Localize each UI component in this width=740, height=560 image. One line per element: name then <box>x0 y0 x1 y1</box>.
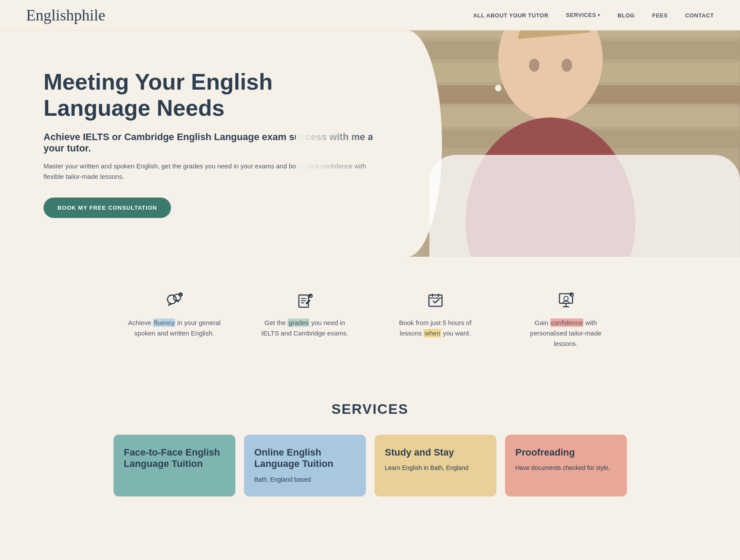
svg-text:✓: ✓ <box>310 295 313 298</box>
feature-confidence-text: Gain confidence with personalised tailor… <box>518 318 614 349</box>
nav-item-contact[interactable]: CONTACT <box>685 11 714 19</box>
service-card-face-to-face[interactable]: Face-to-Face English Language Tuition <box>114 435 235 496</box>
svg-point-15 <box>562 59 572 72</box>
nav-item-blog[interactable]: BLOG <box>617 11 635 19</box>
nav-links: ALL ABOUT YOUR TUTOR SERVICES ▾ BLOG FEE… <box>473 11 714 19</box>
service-study-stay-title: Study and Stay <box>385 447 486 458</box>
service-card-proofreading[interactable]: Proofreading Have documents checked for … <box>505 435 627 496</box>
svg-rect-25 <box>429 295 442 306</box>
hero-section: Meeting Your English Language Needs Achi… <box>0 30 740 257</box>
services-title: SERVICES <box>26 401 714 417</box>
features-section: ! Achieve fluency in your general spoken… <box>0 257 740 375</box>
service-study-stay-body: Learn English in Bath, England <box>385 463 486 473</box>
service-face-to-face-title: Face-to-Face English Language Tuition <box>124 447 225 470</box>
service-card-study-stay[interactable]: Study and Stay Learn English in Bath, En… <box>375 435 496 496</box>
when-highlight: when <box>424 329 441 337</box>
nav-link-contact[interactable]: CONTACT <box>685 12 714 19</box>
services-grid: Face-to-Face English Language Tuition On… <box>26 435 714 496</box>
nav-item-services[interactable]: SERVICES ▾ <box>566 12 600 18</box>
hero-image <box>296 30 740 257</box>
svg-point-18 <box>167 295 176 304</box>
service-card-online[interactable]: Online English Language Tuition Bath, En… <box>244 435 366 496</box>
svg-text:✓: ✓ <box>571 293 574 297</box>
hero-photo-bg <box>296 30 740 257</box>
service-online-body: Bath, England based <box>254 475 355 484</box>
feature-flexible: Book from just 5 hours of lessons when y… <box>388 292 483 349</box>
svg-point-14 <box>529 59 539 72</box>
navigation: Englishphile ALL ABOUT YOUR TUTOR SERVIC… <box>0 0 740 30</box>
nav-item-about[interactable]: ALL ABOUT YOUR TUTOR <box>473 11 548 19</box>
confidence-highlight: confidence <box>550 319 584 327</box>
hero-photo-svg <box>296 30 740 257</box>
services-section: SERVICES Face-to-Face English Language T… <box>0 375 740 505</box>
nav-item-fees[interactable]: FEES <box>652 11 668 19</box>
feature-fluency: ! Achieve fluency in your general spoken… <box>127 292 222 349</box>
fluency-highlight: fluency <box>153 319 176 327</box>
feature-confidence: ✓ Gain confidence with personalised tail… <box>518 292 614 349</box>
svg-rect-7 <box>296 107 740 127</box>
presentation-icon: ✓ <box>518 292 614 309</box>
service-proofreading-title: Proofreading <box>516 447 616 458</box>
nav-link-about[interactable]: ALL ABOUT YOUR TUTOR <box>473 12 548 19</box>
grades-highlight: grades <box>288 319 309 327</box>
feature-grades: ✓ Get the grades you need in IELTS and C… <box>257 292 353 349</box>
calendar-icon <box>388 292 483 309</box>
chevron-down-icon: ▾ <box>598 13 600 17</box>
chat-icon: ! <box>127 292 222 309</box>
nav-link-services[interactable]: SERVICES <box>566 12 596 18</box>
svg-point-32 <box>564 296 568 301</box>
svg-point-16 <box>495 85 502 91</box>
cta-button[interactable]: BOOK MY FREE CONSULTATION <box>44 198 171 218</box>
edit-icon: ✓ <box>257 292 353 309</box>
service-proofreading-body: Have documents checked for style, <box>516 463 616 473</box>
feature-grades-text: Get the grades you need in IELTS and Cam… <box>257 318 353 339</box>
svg-text:!: ! <box>180 294 181 297</box>
logo[interactable]: Englishphile <box>26 6 105 24</box>
feature-flexible-text: Book from just 5 hours of lessons when y… <box>388 318 483 339</box>
service-online-title: Online English Language Tuition <box>254 447 355 470</box>
feature-fluency-text: Achieve fluency in your general spoken a… <box>127 318 222 339</box>
nav-link-fees[interactable]: FEES <box>652 12 668 19</box>
nav-link-blog[interactable]: BLOG <box>617 12 635 19</box>
